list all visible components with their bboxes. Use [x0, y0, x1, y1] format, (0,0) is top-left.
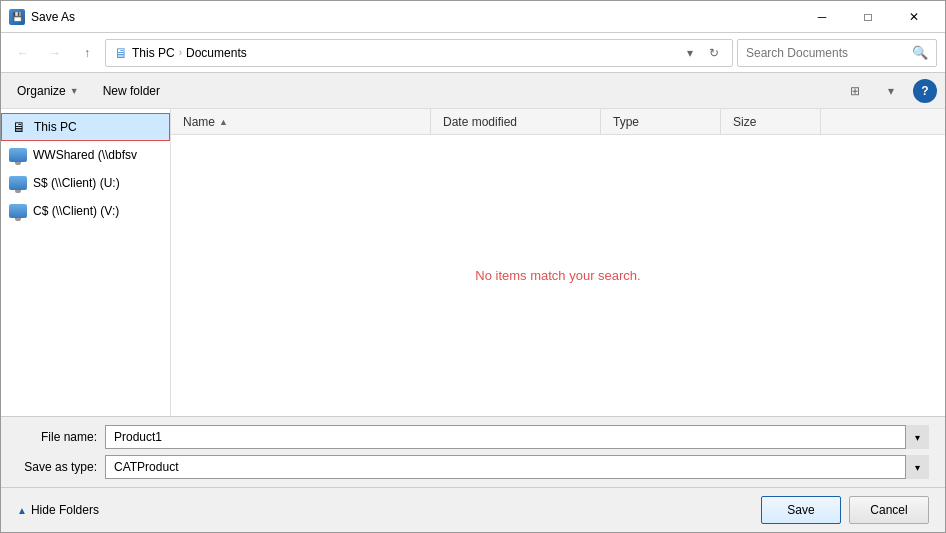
- sidebar-item-cs-label: C$ (\\Client) (V:): [33, 204, 119, 218]
- path-part-documents: Documents: [186, 46, 247, 60]
- sidebar-item-thispc[interactable]: 🖥 This PC: [1, 113, 170, 141]
- path-part-thispc: This PC: [132, 46, 175, 60]
- filename-row: File name: ▾: [17, 425, 929, 449]
- filetype-value: CATProduct: [114, 460, 178, 474]
- bottom-bar: File name: ▾ Save as type: CATProduct ▾ …: [1, 416, 945, 532]
- column-headers: Name ▲ Date modified Type Size: [171, 109, 945, 135]
- search-icon: 🔍: [912, 45, 928, 60]
- path-separator: ›: [179, 47, 182, 58]
- back-button[interactable]: ←: [9, 39, 37, 67]
- sidebar: 🖥 This PC WWShared (\\dbfsv S$ (\\Client…: [1, 109, 171, 416]
- col-header-type[interactable]: Type: [601, 109, 721, 134]
- sidebar-item-thispc-label: This PC: [34, 120, 77, 134]
- hide-folders-button[interactable]: ▲ Hide Folders: [17, 503, 99, 517]
- save-as-dialog: 💾 Save As ─ □ ✕ ← → ↑ 🖥 This PC › Docume…: [0, 0, 946, 533]
- organize-dropdown-icon: ▼: [70, 86, 79, 96]
- toolbar: Organize ▼ New folder ⊞ ▾ ?: [1, 73, 945, 109]
- col-size-label: Size: [733, 115, 756, 129]
- col-header-name[interactable]: Name ▲: [171, 109, 431, 134]
- up-button[interactable]: ↑: [73, 39, 101, 67]
- form-area: File name: ▾ Save as type: CATProduct ▾: [1, 417, 945, 487]
- network-icon-0: [9, 147, 27, 163]
- sidebar-item-wwshared-label: WWShared (\\dbfsv: [33, 148, 137, 162]
- organize-label: Organize: [17, 84, 66, 98]
- no-items-message: No items match your search.: [475, 268, 640, 283]
- organize-button[interactable]: Organize ▼: [9, 79, 87, 103]
- col-type-label: Type: [613, 115, 639, 129]
- close-button[interactable]: ✕: [891, 1, 937, 33]
- sidebar-item-ss-drive[interactable]: S$ (\\Client) (U:): [1, 169, 170, 197]
- filename-dropdown-button[interactable]: ▾: [905, 425, 929, 449]
- hide-folders-arrow: ▲: [17, 505, 27, 516]
- col-date-label: Date modified: [443, 115, 517, 129]
- file-list: No items match your search.: [171, 135, 945, 416]
- cancel-button[interactable]: Cancel: [849, 496, 929, 524]
- window-icon: 💾: [9, 9, 25, 25]
- sidebar-item-ss-label: S$ (\\Client) (U:): [33, 176, 120, 190]
- network-icon-1: [9, 175, 27, 191]
- filetype-select[interactable]: CATProduct: [105, 455, 929, 479]
- view-button[interactable]: ⊞: [841, 79, 869, 103]
- title-bar: 💾 Save As ─ □ ✕: [1, 1, 945, 33]
- forward-button[interactable]: →: [41, 39, 69, 67]
- col-name-label: Name: [183, 115, 215, 129]
- new-folder-label: New folder: [103, 84, 160, 98]
- search-box: 🔍: [737, 39, 937, 67]
- filetype-dropdown-button[interactable]: ▾: [905, 455, 929, 479]
- window-title: Save As: [31, 10, 799, 24]
- minimize-button[interactable]: ─: [799, 1, 845, 33]
- pc-icon: 🖥: [10, 119, 28, 135]
- filename-input[interactable]: [105, 425, 929, 449]
- file-area: Name ▲ Date modified Type Size No items …: [171, 109, 945, 416]
- help-button[interactable]: ?: [913, 79, 937, 103]
- refresh-button[interactable]: ↻: [704, 43, 724, 63]
- filetype-label: Save as type:: [17, 460, 97, 474]
- sidebar-item-cs-drive[interactable]: C$ (\\Client) (V:): [1, 197, 170, 225]
- search-input[interactable]: [746, 46, 908, 60]
- new-folder-button[interactable]: New folder: [95, 79, 168, 103]
- window-controls: ─ □ ✕: [799, 1, 937, 33]
- col-header-size[interactable]: Size: [721, 109, 821, 134]
- path-dropdown-button[interactable]: ▾: [680, 43, 700, 63]
- action-buttons: Save Cancel: [761, 496, 929, 524]
- path-text: This PC › Documents: [132, 46, 247, 60]
- address-path[interactable]: 🖥 This PC › Documents ▾ ↻: [105, 39, 733, 67]
- network-icon-2: [9, 203, 27, 219]
- col-sort-arrow: ▲: [219, 117, 228, 127]
- address-bar: ← → ↑ 🖥 This PC › Documents ▾ ↻ 🔍: [1, 33, 945, 73]
- path-icon: 🖥: [114, 45, 128, 61]
- filetype-row: Save as type: CATProduct ▾: [17, 455, 929, 479]
- col-header-date[interactable]: Date modified: [431, 109, 601, 134]
- hide-folders-label: Hide Folders: [31, 503, 99, 517]
- content-area: 🖥 This PC WWShared (\\dbfsv S$ (\\Client…: [1, 109, 945, 416]
- view-dropdown-button[interactable]: ▾: [877, 79, 905, 103]
- sidebar-item-wwshared[interactable]: WWShared (\\dbfsv: [1, 141, 170, 169]
- action-bar: ▲ Hide Folders Save Cancel: [1, 487, 945, 532]
- filename-label: File name:: [17, 430, 97, 444]
- save-button[interactable]: Save: [761, 496, 841, 524]
- maximize-button[interactable]: □: [845, 1, 891, 33]
